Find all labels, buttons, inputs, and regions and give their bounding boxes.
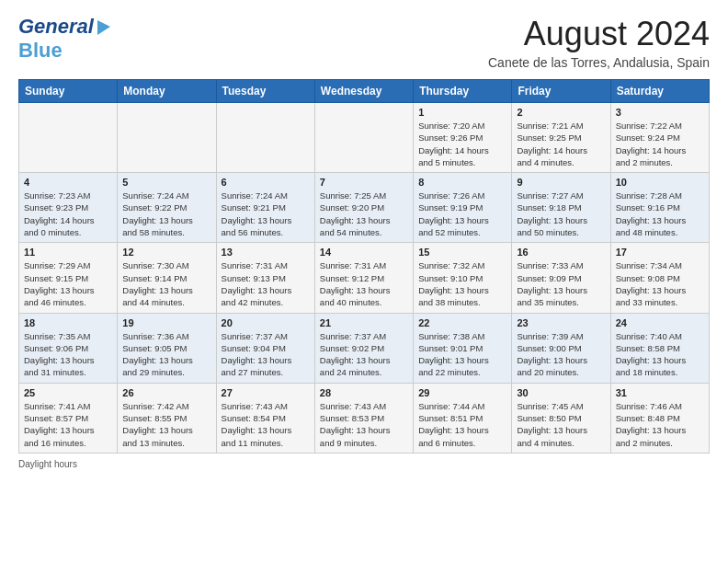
calendar-week-3: 18Sunrise: 7:35 AM Sunset: 9:06 PM Dayli… bbox=[19, 313, 710, 383]
col-thursday: Thursday bbox=[414, 80, 512, 103]
calendar-cell: 2Sunrise: 7:21 AM Sunset: 9:25 PM Daylig… bbox=[512, 103, 610, 173]
day-number: 9 bbox=[517, 177, 605, 188]
day-info: Sunrise: 7:40 AM Sunset: 8:58 PM Dayligh… bbox=[616, 330, 704, 379]
day-number: 7 bbox=[320, 177, 408, 188]
day-info: Sunrise: 7:25 AM Sunset: 9:20 PM Dayligh… bbox=[320, 190, 408, 238]
calendar-body: 1Sunrise: 7:20 AM Sunset: 9:26 PM Daylig… bbox=[19, 103, 710, 454]
calendar-cell: 25Sunrise: 7:41 AM Sunset: 8:57 PM Dayli… bbox=[19, 383, 118, 453]
day-info: Sunrise: 7:31 AM Sunset: 9:13 PM Dayligh… bbox=[222, 259, 310, 308]
day-number: 13 bbox=[222, 247, 310, 258]
day-number: 18 bbox=[24, 317, 112, 328]
calendar-cell: 6Sunrise: 7:24 AM Sunset: 9:21 PM Daylig… bbox=[216, 173, 314, 243]
calendar-week-4: 25Sunrise: 7:41 AM Sunset: 8:57 PM Dayli… bbox=[19, 383, 710, 453]
header-row: Sunday Monday Tuesday Wednesday Thursday… bbox=[19, 80, 710, 103]
day-number: 23 bbox=[517, 317, 605, 328]
day-number: 26 bbox=[122, 387, 210, 398]
logo-general: General bbox=[18, 15, 94, 39]
calendar-cell: 31Sunrise: 7:46 AM Sunset: 8:48 PM Dayli… bbox=[610, 383, 709, 453]
calendar-table: Sunday Monday Tuesday Wednesday Thursday… bbox=[18, 79, 710, 454]
calendar-cell: 26Sunrise: 7:42 AM Sunset: 8:55 PM Dayli… bbox=[118, 383, 216, 453]
day-number: 30 bbox=[517, 387, 605, 398]
day-info: Sunrise: 7:46 AM Sunset: 8:48 PM Dayligh… bbox=[616, 400, 704, 449]
col-tuesday: Tuesday bbox=[216, 80, 314, 103]
day-info: Sunrise: 7:38 AM Sunset: 9:01 PM Dayligh… bbox=[418, 330, 506, 379]
day-info: Sunrise: 7:34 AM Sunset: 9:08 PM Dayligh… bbox=[616, 259, 704, 308]
day-number: 25 bbox=[24, 387, 112, 398]
day-number: 29 bbox=[418, 387, 506, 398]
day-info: Sunrise: 7:33 AM Sunset: 9:09 PM Dayligh… bbox=[517, 259, 605, 308]
title-block: August 2024 Canete de las Torres, Andalu… bbox=[488, 15, 710, 70]
day-info: Sunrise: 7:22 AM Sunset: 9:24 PM Dayligh… bbox=[616, 120, 704, 168]
calendar-cell: 19Sunrise: 7:36 AM Sunset: 9:05 PM Dayli… bbox=[118, 313, 216, 383]
calendar-cell: 14Sunrise: 7:31 AM Sunset: 9:12 PM Dayli… bbox=[314, 243, 413, 313]
day-info: Sunrise: 7:41 AM Sunset: 8:57 PM Dayligh… bbox=[24, 400, 112, 449]
day-number: 19 bbox=[122, 317, 210, 328]
calendar-cell: 20Sunrise: 7:37 AM Sunset: 9:04 PM Dayli… bbox=[216, 313, 314, 383]
calendar-cell: 22Sunrise: 7:38 AM Sunset: 9:01 PM Dayli… bbox=[414, 313, 512, 383]
col-friday: Friday bbox=[512, 80, 610, 103]
col-saturday: Saturday bbox=[610, 80, 709, 103]
day-number: 2 bbox=[517, 107, 605, 118]
daylight-label: Daylight hours bbox=[18, 459, 77, 469]
day-number: 8 bbox=[418, 177, 506, 188]
day-info: Sunrise: 7:44 AM Sunset: 8:51 PM Dayligh… bbox=[418, 400, 506, 449]
logo-arrow-icon bbox=[96, 17, 112, 37]
calendar-cell: 30Sunrise: 7:45 AM Sunset: 8:50 PM Dayli… bbox=[512, 383, 610, 453]
day-info: Sunrise: 7:24 AM Sunset: 9:21 PM Dayligh… bbox=[222, 190, 310, 238]
day-number: 16 bbox=[517, 247, 605, 258]
day-info: Sunrise: 7:21 AM Sunset: 9:25 PM Dayligh… bbox=[517, 120, 605, 168]
page: General Blue August 2024 Canete de las T… bbox=[0, 0, 728, 484]
calendar-cell: 29Sunrise: 7:44 AM Sunset: 8:51 PM Dayli… bbox=[414, 383, 512, 453]
calendar-cell: 13Sunrise: 7:31 AM Sunset: 9:13 PM Dayli… bbox=[216, 243, 314, 313]
calendar-cell: 11Sunrise: 7:29 AM Sunset: 9:15 PM Dayli… bbox=[19, 243, 118, 313]
day-info: Sunrise: 7:20 AM Sunset: 9:26 PM Dayligh… bbox=[418, 120, 506, 168]
col-monday: Monday bbox=[118, 80, 216, 103]
calendar-cell: 5Sunrise: 7:24 AM Sunset: 9:22 PM Daylig… bbox=[118, 173, 216, 243]
day-number: 5 bbox=[122, 177, 210, 188]
day-number: 6 bbox=[222, 177, 310, 188]
day-number: 24 bbox=[616, 317, 704, 328]
logo: General Blue bbox=[18, 15, 112, 63]
day-info: Sunrise: 7:43 AM Sunset: 8:53 PM Dayligh… bbox=[320, 400, 408, 449]
day-info: Sunrise: 7:43 AM Sunset: 8:54 PM Dayligh… bbox=[222, 400, 310, 449]
day-number: 14 bbox=[320, 247, 408, 258]
day-number: 31 bbox=[616, 387, 704, 398]
day-number: 11 bbox=[24, 247, 112, 258]
calendar-cell: 23Sunrise: 7:39 AM Sunset: 9:00 PM Dayli… bbox=[512, 313, 610, 383]
calendar-cell: 21Sunrise: 7:37 AM Sunset: 9:02 PM Dayli… bbox=[314, 313, 413, 383]
calendar-cell bbox=[118, 103, 216, 173]
day-number: 4 bbox=[24, 177, 112, 188]
day-info: Sunrise: 7:26 AM Sunset: 9:19 PM Dayligh… bbox=[418, 190, 506, 238]
day-number: 27 bbox=[222, 387, 310, 398]
calendar-cell: 27Sunrise: 7:43 AM Sunset: 8:54 PM Dayli… bbox=[216, 383, 314, 453]
day-number: 15 bbox=[418, 247, 506, 258]
location: Canete de las Torres, Andalusia, Spain bbox=[488, 55, 710, 70]
header: General Blue August 2024 Canete de las T… bbox=[18, 15, 710, 70]
day-number: 17 bbox=[616, 247, 704, 258]
calendar-cell: 18Sunrise: 7:35 AM Sunset: 9:06 PM Dayli… bbox=[19, 313, 118, 383]
calendar-cell bbox=[216, 103, 314, 173]
day-info: Sunrise: 7:45 AM Sunset: 8:50 PM Dayligh… bbox=[517, 400, 605, 449]
calendar-cell: 16Sunrise: 7:33 AM Sunset: 9:09 PM Dayli… bbox=[512, 243, 610, 313]
day-info: Sunrise: 7:31 AM Sunset: 9:12 PM Dayligh… bbox=[320, 259, 408, 308]
logo-blue: Blue bbox=[18, 39, 63, 62]
calendar-cell: 3Sunrise: 7:22 AM Sunset: 9:24 PM Daylig… bbox=[610, 103, 709, 173]
calendar-cell: 28Sunrise: 7:43 AM Sunset: 8:53 PM Dayli… bbox=[314, 383, 413, 453]
day-info: Sunrise: 7:37 AM Sunset: 9:02 PM Dayligh… bbox=[320, 330, 408, 379]
calendar-week-2: 11Sunrise: 7:29 AM Sunset: 9:15 PM Dayli… bbox=[19, 243, 710, 313]
day-info: Sunrise: 7:30 AM Sunset: 9:14 PM Dayligh… bbox=[122, 259, 210, 308]
calendar-cell: 8Sunrise: 7:26 AM Sunset: 9:19 PM Daylig… bbox=[414, 173, 512, 243]
calendar-cell: 15Sunrise: 7:32 AM Sunset: 9:10 PM Dayli… bbox=[414, 243, 512, 313]
day-info: Sunrise: 7:29 AM Sunset: 9:15 PM Dayligh… bbox=[24, 259, 112, 308]
day-info: Sunrise: 7:36 AM Sunset: 9:05 PM Dayligh… bbox=[122, 330, 210, 379]
day-info: Sunrise: 7:35 AM Sunset: 9:06 PM Dayligh… bbox=[24, 330, 112, 379]
day-info: Sunrise: 7:37 AM Sunset: 9:04 PM Dayligh… bbox=[222, 330, 310, 379]
calendar-week-1: 4Sunrise: 7:23 AM Sunset: 9:23 PM Daylig… bbox=[19, 173, 710, 243]
month-year: August 2024 bbox=[488, 15, 710, 53]
day-number: 28 bbox=[320, 387, 408, 398]
day-number: 20 bbox=[222, 317, 310, 328]
calendar-cell: 4Sunrise: 7:23 AM Sunset: 9:23 PM Daylig… bbox=[19, 173, 118, 243]
day-info: Sunrise: 7:27 AM Sunset: 9:18 PM Dayligh… bbox=[517, 190, 605, 238]
day-number: 22 bbox=[418, 317, 506, 328]
day-number: 1 bbox=[418, 107, 506, 118]
